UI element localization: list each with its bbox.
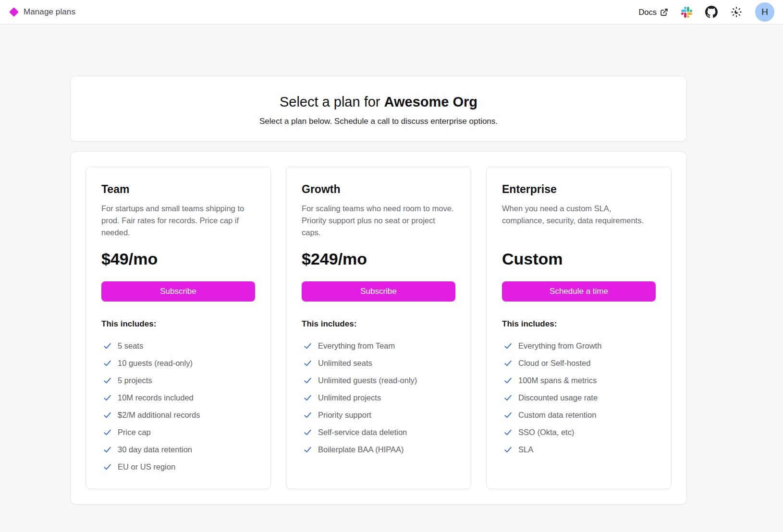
sun-moon-theme-toggle-icon [731,6,742,18]
feature-item: SLA [502,444,656,455]
feature-list: 5 seats10 guests (read-only)5 projects10… [101,340,255,472]
check-icon [303,428,312,437]
slack-icon [681,7,692,18]
intro-title-prefix: Select a plan for [280,94,384,109]
feature-list: Everything from TeamUnlimited seatsUnlim… [302,340,455,455]
feature-item: Custom data retention [502,409,656,421]
check-icon [303,393,312,402]
check-icon [303,445,312,454]
external-link-icon [660,8,668,16]
plan-card: Growth For scaling teams who need room t… [286,167,471,489]
feature-item: Price cap [101,426,255,438]
plan-description: For startups and small teams shipping to… [101,203,255,240]
intro-title: Select a plan for Awesome Org [90,92,667,111]
check-icon [103,359,112,368]
main-content: Select a plan for Awesome Org Select a p… [70,24,687,505]
docs-link[interactable]: Docs [638,8,668,17]
check-icon [303,359,312,368]
github-icon [705,6,718,18]
plan-name: Team [101,183,255,196]
brand-diamond-icon [9,7,19,17]
intro-subtitle: Select a plan below. Schedule a call to … [90,116,667,127]
org-name: Awesome Org [384,94,477,109]
check-icon [503,411,513,420]
check-icon [303,341,312,351]
top-bar: Manage plans Docs [0,0,783,24]
docs-link-label: Docs [638,8,657,17]
includes-label: This includes: [101,319,255,329]
plan-name: Growth [302,183,455,196]
check-icon [503,376,513,385]
feature-item: Unlimited guests (read-only) [302,375,455,386]
check-icon [103,445,112,454]
feature-item: Unlimited projects [302,392,455,403]
feature-item: 5 seats [101,340,255,351]
github-link[interactable] [705,6,718,18]
plan-price: Custom [502,249,656,269]
feature-item: SSO (Okta, etc) [502,426,656,438]
check-icon [503,445,513,454]
plan-card: Enterprise When you need a custom SLA, c… [486,167,672,489]
avatar[interactable]: H [755,2,774,22]
check-icon [303,376,312,385]
check-icon [503,359,513,368]
check-icon [103,341,112,351]
plan-cta-button[interactable]: Schedule a time [502,281,656,302]
check-icon [503,341,513,351]
feature-item: 10 guests (read-only) [101,357,255,369]
feature-item: EU or US region [101,461,255,472]
check-icon [303,411,312,420]
check-icon [103,411,112,420]
plan-description: For scaling teams who need room to move.… [302,203,455,240]
feature-item: Everything from Growth [502,340,656,351]
plan-card: Team For startups and small teams shippi… [86,167,271,489]
plan-cta-button[interactable]: Subscribe [302,281,455,302]
feature-item: 100M spans & metrics [502,375,656,386]
feature-item: Boilerplate BAA (HIPAA) [302,444,455,455]
check-icon [503,393,513,402]
theme-toggle-button[interactable] [731,6,742,18]
feature-item: Cloud or Self-hosted [502,357,656,369]
plan-cta-button[interactable]: Subscribe [101,281,255,302]
plan-name: Enterprise [502,183,656,196]
feature-item: Everything from Team [302,340,455,351]
plan-price: $49/mo [101,249,255,269]
includes-label: This includes: [302,319,455,329]
page-title: Manage plans [24,7,75,17]
plans-card: Team For startups and small teams shippi… [70,151,687,505]
feature-item: 5 projects [101,375,255,386]
feature-item: 30 day data retention [101,444,255,455]
check-icon [103,376,112,385]
feature-item: Self-service data deletion [302,426,455,438]
check-icon [103,393,112,402]
plans-row: Team For startups and small teams shippi… [86,167,672,489]
intro-card: Select a plan for Awesome Org Select a p… [70,76,687,142]
check-icon [103,462,112,472]
check-icon [103,428,112,437]
feature-list: Everything from GrowthCloud or Self-host… [502,340,656,455]
feature-item: Unlimited seats [302,357,455,369]
check-icon [503,428,513,437]
feature-item: $2/M additional records [101,409,255,421]
includes-label: This includes: [502,319,656,329]
feature-item: 10M records included [101,392,255,403]
slack-link[interactable] [681,7,692,18]
feature-item: Discounted usage rate [502,392,656,403]
plan-price: $249/mo [302,249,455,269]
plan-description: When you need a custom SLA, compliance, … [502,203,656,240]
feature-item: Priority support [302,409,455,421]
